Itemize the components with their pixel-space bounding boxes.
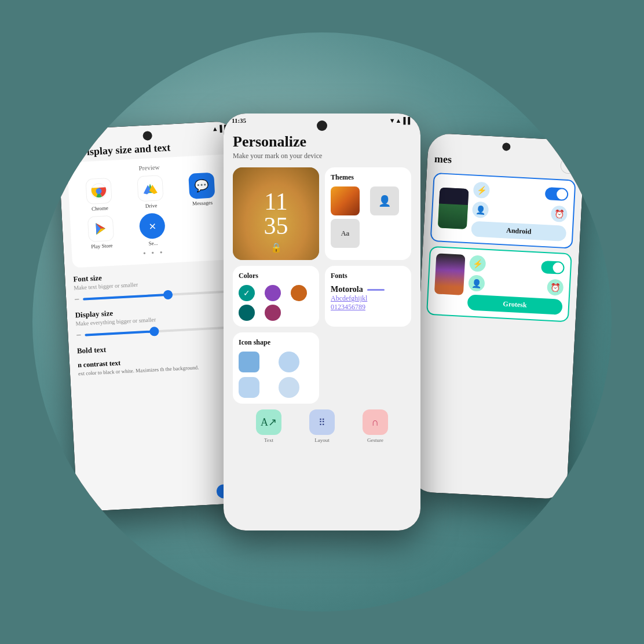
sel-icon: ✕ bbox=[139, 213, 166, 239]
wallpaper-card[interactable]: 11 35 🔒 bbox=[233, 167, 319, 260]
drive-icon bbox=[137, 175, 163, 202]
color-dark-teal[interactable] bbox=[239, 305, 255, 321]
display-size-section: Display size Make everything bigger or s… bbox=[75, 302, 239, 341]
toggle-person-row: 👤 ⏰ bbox=[472, 201, 568, 222]
playstore-icon bbox=[87, 215, 114, 242]
color-teal[interactable]: ✓ bbox=[239, 285, 255, 301]
right-header: mes + bbox=[434, 151, 577, 174]
personalize-subtitle: Make your mark on your device bbox=[233, 152, 411, 160]
theme-row-1[interactable]: ⚡ 👤 ⏰ Android bbox=[430, 173, 576, 249]
messages-label: Messages bbox=[192, 200, 213, 207]
left-page-title: Display size and text bbox=[79, 141, 170, 158]
right-signal-icon: ▌▌ bbox=[568, 144, 577, 151]
gesture-icon: ∩ bbox=[363, 409, 388, 435]
font-size-section: Font size Make text bigger or smaller − bbox=[73, 266, 237, 305]
left-status-time: 11:35 bbox=[65, 133, 80, 140]
add-button[interactable]: + bbox=[560, 157, 577, 174]
toggle-group-1: ⚡ 👤 ⏰ Android bbox=[471, 182, 569, 241]
bluetooth-icon: ⚡ bbox=[473, 182, 490, 199]
theme-thumb-2 bbox=[434, 253, 466, 295]
color-orange[interactable] bbox=[291, 285, 307, 301]
toggle-bluetooth-row: ⚡ bbox=[473, 182, 569, 203]
drive-label: Drive bbox=[145, 203, 157, 209]
app-chrome[interactable]: Chrome bbox=[75, 177, 123, 213]
color-purple[interactable] bbox=[265, 285, 281, 301]
person-symbol: 👤 bbox=[475, 204, 486, 215]
slider-track[interactable] bbox=[83, 290, 237, 301]
text-icon-symbol: A↗ bbox=[261, 416, 277, 429]
shape-rounded-square[interactable] bbox=[239, 352, 259, 372]
colors-card[interactable]: Colors ✓ bbox=[233, 266, 319, 327]
chrome-svg bbox=[90, 182, 107, 199]
icon-shape-title: Icon shape bbox=[239, 338, 313, 347]
app-playstore[interactable]: Play Store bbox=[77, 215, 126, 250]
alarm-icon-2: ⏰ bbox=[547, 279, 564, 295]
personalize-title: Personalize bbox=[233, 133, 411, 151]
bottom-icon-gesture[interactable]: ∩ Gesture bbox=[363, 409, 388, 443]
font-abc: Abcdefghijkl bbox=[331, 294, 405, 303]
bluetooth-symbol-2: ⚡ bbox=[473, 258, 483, 269]
toggle-group-2: ⚡ 👤 ⏰ Grotesk bbox=[467, 255, 565, 314]
bottom-icon-layout[interactable]: ⠿ Layout bbox=[309, 409, 335, 443]
toggle-bt-2-row: ⚡ bbox=[469, 255, 565, 276]
theme-preview-3: Aa bbox=[331, 219, 360, 248]
playstore-label: Play Store bbox=[91, 243, 113, 250]
right-wifi-icon: ▼▲ bbox=[553, 143, 566, 151]
personalize-grid: 11 35 🔒 Themes 👤 bbox=[233, 167, 411, 404]
person-icon: 👤 bbox=[472, 201, 489, 218]
app-drive[interactable]: Drive bbox=[126, 174, 175, 210]
right-phone: ▼▲ ▌▌ mes + bbox=[410, 133, 585, 499]
shape-circle[interactable] bbox=[279, 352, 299, 372]
layout-label: Layout bbox=[314, 437, 330, 443]
android-button[interactable]: Android bbox=[471, 221, 566, 241]
shape-squircle[interactable] bbox=[239, 377, 259, 398]
color-dots: ✓ bbox=[239, 285, 313, 321]
playstore-svg bbox=[93, 220, 109, 237]
back-arrow-icon[interactable]: ← bbox=[67, 147, 76, 158]
shape-circle-2[interactable] bbox=[279, 377, 299, 398]
messages-icon: 💬 bbox=[188, 173, 215, 199]
themes-card[interactable]: Themes 👤 Aa bbox=[325, 167, 411, 260]
font-sample: Motorola Abcdefghijkl 0123456789 bbox=[331, 285, 405, 312]
fonts-card[interactable]: Fonts Motorola Abcdefghijkl 0123456789 bbox=[325, 266, 411, 327]
bluetooth-symbol: ⚡ bbox=[476, 185, 486, 195]
colors-title: Colors bbox=[239, 272, 313, 280]
theme-preview-2: 👤 bbox=[370, 186, 399, 215]
center-status-time: 11:35 bbox=[232, 117, 246, 124]
app-icon-grid: Chrome bbox=[75, 172, 228, 250]
fonts-title: Fonts bbox=[331, 272, 405, 280]
alarm-symbol: ⏰ bbox=[554, 208, 564, 219]
grotesk-button[interactable]: Grotesk bbox=[467, 294, 562, 315]
theme-preview-1 bbox=[331, 186, 360, 215]
theme-row-2[interactable]: ⚡ 👤 ⏰ Grotesk bbox=[426, 246, 572, 323]
right-status-icons: ▼▲ ▌▌ bbox=[553, 143, 577, 151]
display-slider-track[interactable] bbox=[85, 326, 239, 336]
gesture-icon-symbol: ∩ bbox=[372, 416, 379, 429]
bluetooth-toggle-2[interactable] bbox=[541, 261, 565, 275]
person-symbol-2: 👤 bbox=[471, 278, 482, 288]
layout-icon: ⠿ bbox=[309, 409, 335, 435]
icon-shape-card[interactable]: Icon shape bbox=[233, 332, 319, 404]
drive-svg bbox=[142, 180, 159, 197]
display-slider-minus-icon: − bbox=[76, 330, 82, 341]
color-maroon[interactable] bbox=[265, 305, 281, 321]
contrast-section: n contrast text ext color to black or wh… bbox=[78, 353, 241, 378]
app-messages[interactable]: 💬 Messages bbox=[178, 172, 226, 207]
bluetooth-toggle[interactable] bbox=[545, 187, 569, 201]
toggle-icons-row-2: 👤 ⏰ bbox=[468, 275, 564, 296]
slider-minus-icon: − bbox=[74, 294, 80, 305]
themes-inner: 👤 Aa bbox=[331, 186, 405, 248]
lock-icon: 🔒 bbox=[270, 242, 282, 253]
alarm-symbol-2: ⏰ bbox=[550, 282, 561, 292]
themes-title: Themes bbox=[331, 173, 405, 182]
bottom-icon-text[interactable]: A↗ Text bbox=[256, 409, 281, 443]
wallpaper-time: 11 35 bbox=[264, 189, 288, 238]
dots-icon: ⠿ bbox=[319, 417, 325, 428]
app-sel[interactable]: ✕ Se... bbox=[128, 212, 177, 247]
chrome-icon bbox=[86, 178, 112, 204]
main-circle: 11:35 ▲ ▌▌ ← Display size and text Previ… bbox=[32, 32, 612, 612]
theme-thumb-1 bbox=[438, 187, 469, 229]
person-icon-theme: 👤 bbox=[378, 195, 391, 207]
font-num: 0123456789 bbox=[331, 303, 405, 312]
center-wifi-icon: ▼▲ bbox=[389, 117, 402, 124]
